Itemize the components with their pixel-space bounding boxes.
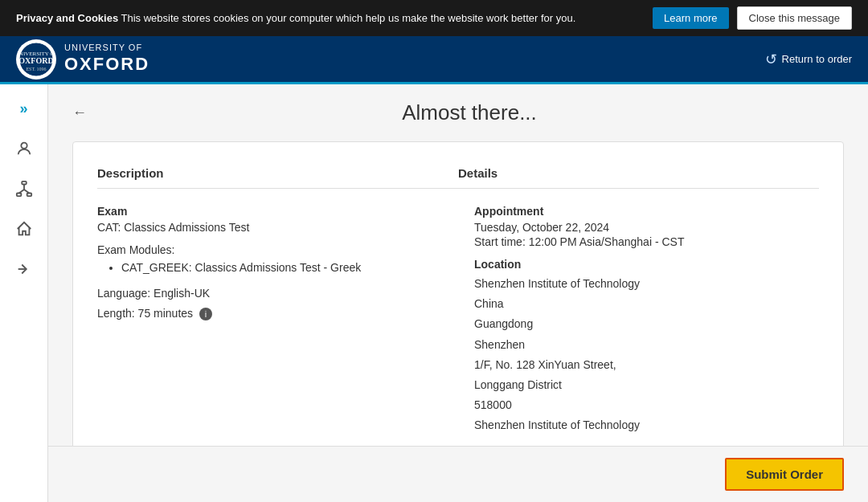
svg-text:OXFORD: OXFORD: [18, 56, 53, 65]
exam-length: Length: 75 minutes i: [97, 304, 442, 324]
submit-order-button[interactable]: Submit Order: [725, 458, 844, 491]
col-details-header: Details: [458, 166, 819, 180]
exam-name: CAT: Classics Admissions Test: [97, 221, 442, 234]
page-title-row: ← Almost there...: [72, 100, 844, 125]
cookie-banner: Privacy and Cookies This website stores …: [0, 0, 868, 36]
location-line: China: [474, 294, 819, 314]
svg-line-9: [18, 190, 23, 194]
location-line: Longgang District: [474, 375, 819, 395]
svg-rect-5: [22, 182, 27, 185]
length-info-icon[interactable]: i: [199, 308, 212, 320]
learn-more-button[interactable]: Learn more: [653, 7, 728, 29]
card-left: Exam CAT: Classics Admissions Test Exam …: [97, 205, 458, 436]
cookie-text: Privacy and Cookies This website stores …: [16, 12, 645, 24]
logo-icon: UNIVERSITY OF OXFORD EST. 1096: [16, 39, 56, 80]
sidebar-item-user[interactable]: [8, 133, 40, 165]
location-line: 1/F, No. 128 XinYuan Street,: [474, 355, 819, 375]
exam-modules-label: Exam Modules:: [97, 243, 442, 256]
exam-language: Language: English-UK: [97, 284, 442, 304]
location-line: Guangdong: [474, 314, 819, 334]
app-layout: »: [0, 84, 868, 502]
sidebar: »: [0, 84, 48, 502]
card-right: Appointment Tuesday, October 22, 2024 St…: [474, 205, 819, 436]
appointment-date: Tuesday, October 22, 2024: [474, 221, 819, 234]
svg-point-4: [21, 143, 27, 149]
appointment-label: Appointment: [474, 205, 819, 218]
return-to-order-link[interactable]: ↺ Return to order: [765, 51, 852, 68]
location-lines: Shenzhen Institute of TechnologyChinaGua…: [474, 274, 819, 436]
logo-text: University of OXFORD: [64, 42, 149, 76]
card-header: Description Details: [97, 166, 819, 189]
logo-area: UNIVERSITY OF OXFORD EST. 1096 Universit…: [16, 39, 149, 80]
svg-rect-7: [27, 194, 31, 197]
svg-line-10: [24, 190, 29, 194]
col-description-header: Description: [97, 166, 458, 180]
header: UNIVERSITY OF OXFORD EST. 1096 Universit…: [0, 36, 868, 84]
return-icon: ↺: [765, 51, 777, 68]
page-title: Almost there...: [95, 100, 844, 125]
exam-modules-list: CAT_GREEK: Classics Admissions Test - Gr…: [97, 261, 442, 274]
location-line: Shenzhen Institute of Technology: [474, 274, 819, 294]
close-message-button[interactable]: Close this message: [737, 6, 852, 30]
location-line: Shenzhen: [474, 335, 819, 355]
card-body: Exam CAT: Classics Admissions Test Exam …: [97, 205, 819, 436]
sidebar-item-network[interactable]: [8, 173, 40, 205]
appointment-time: Start time: 12:00 PM Asia/Shanghai - CST: [474, 235, 819, 248]
cookie-body: This website stores cookies on your comp…: [121, 12, 576, 24]
sidebar-expand-button[interactable]: »: [8, 92, 40, 124]
order-details-card: Description Details Exam CAT: Classics A…: [72, 141, 844, 461]
exam-module-item: CAT_GREEK: Classics Admissions Test - Gr…: [121, 261, 442, 274]
back-arrow-button[interactable]: ←: [72, 104, 87, 121]
cookie-title: Privacy and Cookies: [16, 12, 118, 24]
location-label: Location: [474, 258, 819, 271]
location-line: 518000: [474, 395, 819, 415]
sidebar-item-home[interactable]: [8, 213, 40, 245]
submit-row: Submit Order: [48, 446, 868, 502]
sidebar-item-arrow[interactable]: [8, 253, 40, 285]
location-line: Shenzhen Institute of Technology: [474, 415, 819, 435]
main-content: ← Almost there... Description Details Ex…: [48, 84, 868, 502]
svg-text:EST. 1096: EST. 1096: [26, 67, 46, 71]
exam-label: Exam: [97, 205, 442, 218]
svg-rect-6: [16, 194, 21, 197]
